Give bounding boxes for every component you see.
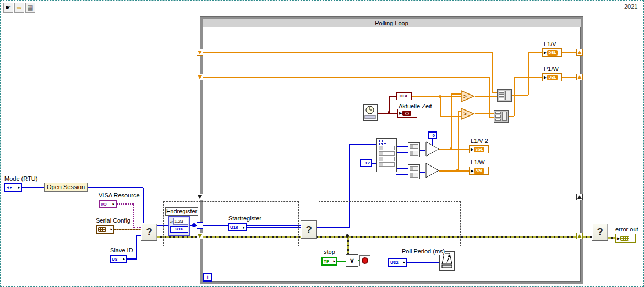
- join-numbers-node-1[interactable]: [408, 142, 420, 157]
- wire-l1v-history: [492, 52, 493, 92]
- aktuelle-zeit-terminal[interactable]: ▶: [397, 109, 417, 118]
- shift-register-left-error[interactable]: [197, 233, 203, 239]
- visa-resource-terminal[interactable]: I/O ▸: [99, 200, 117, 208]
- to-double-conversion[interactable]: DBL: [396, 92, 412, 100]
- p1w-type: DBL: [547, 75, 557, 80]
- wire-p1w-to-sr: [562, 77, 576, 78]
- shift-register-down-icon: [198, 234, 202, 238]
- open-session-subvi[interactable]: ?: [141, 223, 157, 241]
- wire-error: [583, 236, 592, 238]
- error-out-terminal[interactable]: ▶: [615, 234, 636, 243]
- control-arrow-icon: ▸: [112, 202, 114, 206]
- iteration-glyph: i: [206, 274, 208, 280]
- indicator-arrow-icon: ▶: [544, 51, 547, 55]
- control-arrow-icon: ▸: [18, 185, 20, 190]
- l1w-terminal[interactable]: ▶ SGL: [469, 167, 489, 175]
- read-registers-subvi[interactable]: ?: [301, 220, 317, 239]
- endregister-label: Endregister: [165, 207, 198, 216]
- constant-0[interactable]: 0: [428, 131, 437, 139]
- junction-l1v2: [450, 147, 452, 150]
- indicator-arrow-icon: ▶: [471, 147, 473, 152]
- wire-p1w-history: [203, 77, 489, 78]
- indicator-arrow-icon: ▶: [399, 111, 402, 115]
- run-arrow-icon[interactable]: ⇨: [14, 3, 24, 13]
- wire-l1v2-value: [439, 149, 469, 150]
- l1v2-type: SGL: [474, 147, 484, 152]
- index-array-node[interactable]: [376, 138, 397, 172]
- grid-glyph: ▦: [27, 3, 33, 12]
- stop-terminal[interactable]: TF ▸: [321, 257, 337, 266]
- convert-node-1[interactable]: [425, 141, 440, 157]
- get-date-time-node[interactable]: [363, 104, 378, 121]
- clock-icon: [364, 105, 377, 120]
- bundle-node-1[interactable]: [497, 89, 512, 102]
- shift-register-up-icon: [577, 51, 582, 54]
- startregister-terminal[interactable]: U16 ▸: [228, 223, 247, 231]
- dbl-glyph: DBL: [400, 93, 408, 98]
- stop-type: TF: [324, 259, 329, 264]
- control-arrow-icon: ▸: [403, 260, 405, 264]
- shift-register-right-l1v[interactable]: [576, 49, 583, 56]
- wire-index-out-2: [396, 152, 408, 153]
- stop-if-true-icon: [362, 257, 368, 264]
- or-node[interactable]: ∨: [346, 254, 358, 267]
- indicator-arrow-icon: ▶: [617, 236, 620, 241]
- poll-period-label: Poll Period (ms): [401, 248, 445, 255]
- wire-slave-id: [136, 235, 141, 236]
- grid-tool-icon[interactable]: ▦: [25, 3, 35, 13]
- poll-period-terminal[interactable]: U32 ▸: [388, 258, 407, 267]
- shift-register-right-p1w[interactable]: [576, 74, 583, 80]
- shift-register-right-aux[interactable]: [576, 194, 583, 200]
- wire-time: [389, 96, 396, 97]
- close-session-subvi[interactable]: ?: [592, 223, 608, 241]
- block-diagram: ☛ ⇨ ▦ 2021 Polling Loop i Mode (RTU) ◄► …: [0, 0, 644, 287]
- aktuelle-zeit-label: Aktuelle Zeit: [398, 103, 433, 110]
- shift-register-left-aux[interactable]: [197, 194, 203, 200]
- loop-condition-terminal[interactable]: [359, 255, 370, 266]
- convert-node-2[interactable]: [425, 163, 440, 178]
- wire-register-data: [349, 144, 376, 145]
- iteration-terminal[interactable]: i: [203, 273, 212, 282]
- endregister-value[interactable]: 1.23: [173, 218, 188, 225]
- l1v2-label: L1/V 2: [470, 137, 489, 145]
- shift-register-left-p1w[interactable]: [197, 74, 203, 80]
- open-session-node[interactable]: Open Session: [44, 183, 88, 192]
- run-glyph: ⇨: [17, 3, 22, 12]
- spinner-icon[interactable]: ▴▾: [170, 218, 173, 225]
- control-arrow-icon: ▸: [333, 259, 335, 263]
- tunnel-register-in[interactable]: [197, 222, 203, 229]
- hand-glyph: ☛: [6, 3, 12, 12]
- join-numbers-node-2[interactable]: [408, 164, 420, 179]
- endregister-control[interactable]: ▴▾ 1.23 U16: [168, 216, 190, 236]
- wire-l1v2-value: [451, 93, 452, 149]
- selection-rect-right: [319, 201, 461, 246]
- wire-visa: [117, 203, 133, 205]
- visa-type: I/O: [101, 202, 107, 207]
- wire-visa: [133, 203, 134, 228]
- error-out-label: error out: [615, 226, 639, 233]
- mode-terminal[interactable]: ◄► ▸: [4, 183, 22, 192]
- wire-bundle2-out: [514, 77, 542, 78]
- constant-12[interactable]: 12: [360, 159, 372, 167]
- serial-config-terminal[interactable]: ▸: [96, 225, 114, 234]
- shift-register-right-error[interactable]: [576, 233, 583, 239]
- greater-node-2[interactable]: >: [461, 108, 475, 120]
- year-badge: 2021: [624, 3, 637, 10]
- l1v-terminal[interactable]: ▶ DBL: [542, 48, 562, 57]
- p1w-terminal[interactable]: ▶ DBL: [542, 73, 562, 81]
- greater-node-1[interactable]: >: [461, 90, 475, 102]
- wire-p1w-history: [489, 117, 494, 118]
- timestamp-icon: [402, 111, 411, 116]
- wire-l1w-value: [458, 111, 459, 170]
- l1v-type: DBL: [547, 50, 557, 56]
- constant-12-value: 12: [365, 161, 370, 165]
- cluster-icon: [98, 227, 106, 232]
- hand-tool-icon[interactable]: ☛: [3, 3, 13, 13]
- l1v2-terminal[interactable]: ▶ SGL: [469, 145, 489, 153]
- question-glyph: ?: [146, 226, 152, 238]
- wire-slave-id: [127, 258, 137, 260]
- poll-period-type: U32: [390, 260, 399, 265]
- bundle-node-2[interactable]: [494, 110, 509, 123]
- slave-id-terminal[interactable]: U8 ▸: [110, 255, 127, 263]
- shift-register-left-l1v[interactable]: [197, 49, 203, 56]
